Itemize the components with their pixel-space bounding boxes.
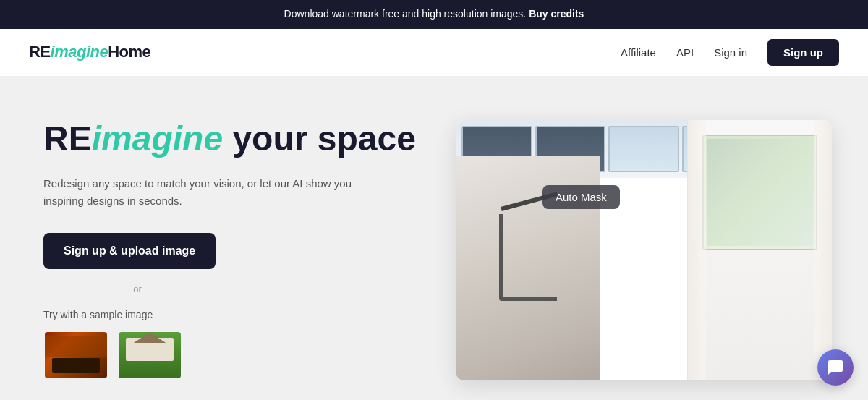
- window-pane-3: [608, 126, 679, 172]
- chat-icon: [827, 359, 844, 376]
- sample-image-bedroom[interactable]: [43, 331, 109, 380]
- upload-button[interactable]: Sign up & upload image: [43, 233, 216, 269]
- main-nav: Affiliate API Sign in Sign up: [621, 39, 839, 66]
- bright-window: [702, 135, 817, 250]
- hero-description: Redesign any space to match your vision,…: [43, 175, 391, 210]
- bright-area: [687, 120, 832, 380]
- or-text: or: [133, 284, 142, 294]
- top-banner: Download watermark free and high resolut…: [0, 0, 868, 29]
- curtain-right: [814, 120, 832, 380]
- nav-affiliate[interactable]: Affiliate: [621, 46, 656, 59]
- nav-signup-button[interactable]: Sign up: [767, 39, 839, 66]
- hero-content: REimagine your space Redesign any space …: [43, 120, 420, 380]
- hero-title-imagine: imagine: [92, 119, 223, 158]
- buy-credits-link[interactable]: Buy credits: [529, 8, 584, 20]
- main-section: REimagine your space Redesign any space …: [0, 77, 868, 400]
- logo: REimagineHome: [29, 43, 150, 61]
- image-showcase: Auto Mask: [456, 120, 832, 380]
- hero-title-re: RE: [43, 119, 92, 158]
- or-divider: or: [43, 284, 231, 294]
- header: REimagineHome Affiliate API Sign in Sign…: [0, 29, 868, 77]
- nav-api[interactable]: API: [676, 46, 694, 59]
- nav-signin[interactable]: Sign in: [714, 46, 747, 59]
- hero-title: REimagine your space: [43, 120, 420, 158]
- hero-title-rest: your space: [223, 119, 416, 158]
- chat-button[interactable]: [817, 349, 854, 386]
- sample-images-container: [43, 331, 420, 380]
- auto-mask-badge: Auto Mask: [542, 185, 620, 209]
- logo-home: Home: [108, 43, 150, 61]
- curtain-left: [688, 120, 706, 380]
- logo-imagine: imagine: [51, 43, 109, 61]
- staircase-railing: [499, 214, 557, 301]
- right-panel: Auto Mask: [448, 120, 839, 380]
- banner-text: Download watermark free and high resolut…: [284, 8, 529, 20]
- logo-re: RE: [29, 43, 51, 61]
- sample-image-house[interactable]: [117, 331, 182, 380]
- try-label: Try with a sample image: [43, 309, 420, 320]
